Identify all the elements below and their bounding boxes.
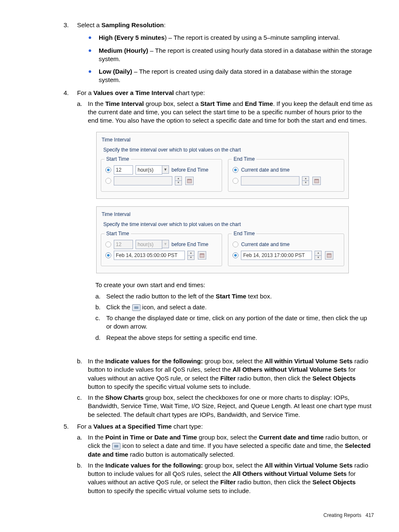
step-5-number: 5. bbox=[64, 422, 75, 431]
substep-item: b.Click the icon, and select a date. bbox=[95, 303, 374, 311]
substep-item: d.Repeat the above steps for setting a s… bbox=[95, 334, 374, 342]
step-5b: b. In the Indicate values for the follow… bbox=[77, 461, 374, 495]
dialog2-start-legend: Start Time bbox=[105, 230, 131, 237]
end-date-input-disabled[interactable] bbox=[241, 176, 299, 185]
radio-specific-start[interactable] bbox=[105, 178, 111, 184]
before-end-label: before End Time bbox=[171, 167, 208, 173]
step-4-number: 4. bbox=[64, 89, 75, 97]
page-footer: Creating Reports 417 bbox=[25, 512, 374, 519]
calendar-icon[interactable] bbox=[312, 177, 321, 185]
start-date-input-disabled[interactable] bbox=[114, 176, 172, 185]
current-date-label: Current date and time bbox=[241, 167, 289, 173]
time-interval-dialog-2: Time Interval Specify the time interval … bbox=[96, 206, 349, 273]
dialog1-desc: Specify the time interval over which to … bbox=[103, 146, 343, 153]
calendar-icon[interactable] bbox=[325, 251, 333, 260]
step-4b-text: In the Indicate values for the following… bbox=[88, 357, 374, 391]
step-5b-text: In the Indicate values for the following… bbox=[88, 461, 374, 495]
step-4c: c. In the Show Charts group box, select … bbox=[77, 393, 374, 419]
bullet-icon bbox=[89, 49, 91, 52]
dialog1-start-legend: Start Time bbox=[105, 156, 131, 162]
step-5: 5. For a Values at a Specified Time char… bbox=[64, 422, 374, 495]
calendar-icon bbox=[132, 304, 141, 311]
hours-input[interactable]: 12 bbox=[114, 165, 133, 175]
bullet-icon bbox=[89, 70, 91, 73]
svg-rect-5 bbox=[200, 254, 204, 254]
step-5a: a. In the Point in Time or Date and Time… bbox=[77, 433, 374, 459]
step-4-text: For a Values over a Time Interval chart … bbox=[77, 89, 205, 96]
step-4-cont: b. In the Indicate values for the follow… bbox=[64, 346, 374, 419]
dialog2-desc: Specify the time interval over which to … bbox=[103, 221, 343, 228]
chevron-down-icon[interactable]: ▼ bbox=[162, 240, 169, 248]
svg-rect-7 bbox=[327, 254, 331, 254]
step-4: 4. For a Values over a Time Interval cha… bbox=[64, 89, 374, 125]
substep-item: c.To change the displayed date or time, … bbox=[95, 314, 374, 331]
current-date-label-2: Current date and time bbox=[241, 241, 289, 248]
calendar-icon[interactable] bbox=[185, 177, 194, 185]
dialog2-title: Time Interval bbox=[102, 211, 343, 218]
spinner-icon[interactable]: ▲▼ bbox=[302, 176, 309, 185]
radio-current-end-2[interactable] bbox=[233, 242, 238, 247]
start-date-input[interactable]: Feb 14, 2013 05:00:00 PST bbox=[114, 251, 185, 260]
unit-select-2[interactable]: hour(s) bbox=[136, 240, 162, 249]
before-end-label-2: before End Time bbox=[171, 241, 208, 248]
bullet-item: High (Every 5 minutes) – The report is c… bbox=[89, 33, 374, 42]
unit-select[interactable]: hour(s) bbox=[136, 165, 162, 175]
step-5a-text: In the Point in Time or Date and Time gr… bbox=[88, 433, 374, 459]
step-3-number: 3. bbox=[64, 21, 75, 29]
dialog1-end-legend: End Time bbox=[232, 156, 256, 162]
step-5-text: For a Values at a Specified Time chart t… bbox=[77, 423, 203, 430]
radio-specific-start-2[interactable] bbox=[105, 252, 111, 258]
step-3: 3. Select a Sampling Resolution: High (E… bbox=[64, 21, 374, 85]
svg-rect-3 bbox=[315, 179, 319, 180]
calendar-icon[interactable] bbox=[198, 251, 206, 260]
step-3-text: Select a Sampling Resolution: bbox=[77, 21, 166, 28]
svg-rect-1 bbox=[187, 179, 192, 180]
dialog2-end-legend: End Time bbox=[232, 230, 256, 237]
radio-specific-end-2[interactable] bbox=[233, 252, 238, 258]
calendar-icon bbox=[112, 443, 120, 450]
step-4a-text: In the Time Interval group box, select a… bbox=[88, 100, 374, 125]
dialog1-title: Time Interval bbox=[102, 136, 343, 143]
spinner-icon[interactable]: ▲▼ bbox=[315, 251, 322, 260]
substep-item: a.Select the radio button to the left of… bbox=[95, 292, 374, 301]
bullet-icon bbox=[89, 36, 91, 39]
step-4b: b. In the Indicate values for the follow… bbox=[77, 357, 374, 391]
substeps-intro: To create your own start and end times: bbox=[95, 281, 374, 289]
step4a-substeps: To create your own start and end times: … bbox=[95, 281, 374, 342]
step-4a: a. In the Time Interval group box, selec… bbox=[77, 100, 374, 125]
spinner-icon[interactable]: ▲▼ bbox=[175, 176, 182, 185]
end-date-input[interactable]: Feb 14, 2013 17:00:00 PST bbox=[241, 251, 312, 260]
step-4c-text: In the Show Charts group box, select the… bbox=[88, 393, 374, 419]
radio-hours-before[interactable] bbox=[105, 167, 111, 173]
radio-specific-end[interactable] bbox=[233, 178, 238, 184]
spinner-icon[interactable]: ▲▼ bbox=[187, 251, 194, 260]
bullet-item: Medium (Hourly) – The report is created … bbox=[89, 46, 374, 64]
bullet-item: Low (Daily) – The report is created usin… bbox=[89, 67, 374, 85]
time-interval-dialog-1: Time Interval Specify the time interval … bbox=[96, 132, 349, 199]
hours-input-2[interactable]: 12 bbox=[114, 240, 133, 249]
radio-hours-before-2[interactable] bbox=[105, 242, 111, 247]
chevron-down-icon[interactable]: ▼ bbox=[162, 165, 169, 174]
radio-current-end[interactable] bbox=[233, 167, 238, 173]
